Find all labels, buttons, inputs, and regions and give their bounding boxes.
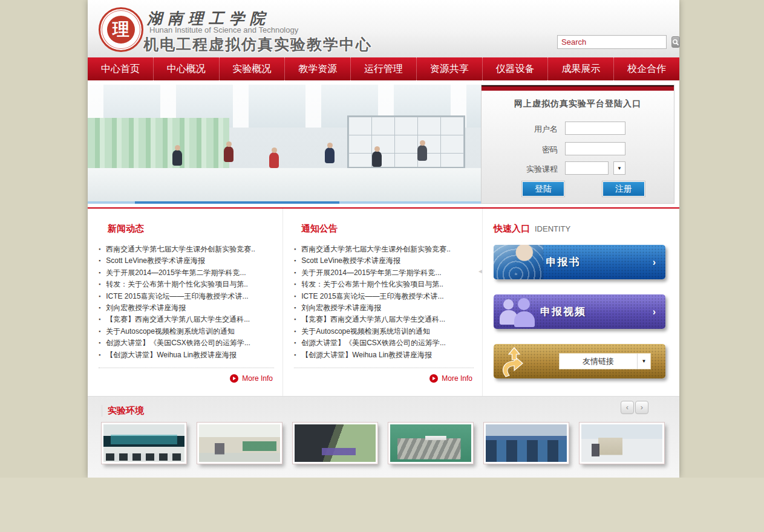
quick-entry-title-cn: 快速入口 — [494, 223, 530, 235]
lab-environment-title: 实验环境 — [101, 405, 144, 417]
news-item[interactable]: 【创源大讲堂】Weihua Lin教授讲座海报 — [99, 349, 278, 361]
register-button[interactable]: 注册 — [602, 181, 645, 196]
person-figure — [372, 151, 382, 167]
gallery-photo-control-room[interactable] — [102, 423, 186, 464]
nav-item-resource-sharing[interactable]: 资源共享 — [416, 57, 482, 80]
notice-item[interactable]: 刘向宏教授学术讲座海报 — [294, 302, 477, 314]
gallery-photo-console-lab[interactable] — [197, 423, 282, 464]
nav-item-equipment[interactable]: 仪器设备 — [482, 57, 548, 80]
notices-title: 通知公告 — [301, 223, 338, 235]
notice-item[interactable]: 关于开展2014—2015学年第二学期学科竞... — [294, 267, 477, 279]
login-panel: 网上虚拟仿真实验平台登陆入口 用户名 密码 实验课程 登陆 注册 — [481, 85, 674, 204]
gallery-next-button[interactable]: › — [635, 401, 648, 414]
nav-item-home[interactable]: 中心首页 — [88, 57, 153, 80]
dropdown-arrow-icon[interactable] — [637, 354, 650, 369]
password-label: 密码 — [482, 144, 558, 155]
news-section: 新闻动态 西南交通大学第七届大学生课外创新实验竞赛.. Scott LeVine… — [88, 209, 282, 396]
news-more-link[interactable]: More Info — [230, 374, 273, 383]
friendly-links-dropdown[interactable]: 友情链接 — [559, 353, 651, 369]
main-nav: 中心首页 中心概况 实验概况 教学资源 运行管理 资源共享 仪器设备 成果展示 … — [88, 57, 679, 80]
notice-item[interactable]: 西南交通大学第七届大学生课外创新实验竞赛.. — [294, 244, 477, 255]
gallery-photo-model-railway[interactable] — [388, 423, 473, 464]
slider-progress-track — [88, 201, 481, 204]
dotted-divider — [294, 368, 474, 368]
news-title: 新闻动态 — [108, 223, 144, 235]
news-item[interactable]: 关于开展2014—2015学年第二学期学科竞... — [99, 267, 278, 279]
logo-seal-icon: 理 — [107, 16, 135, 44]
course-select[interactable] — [565, 161, 609, 175]
person-figure — [417, 145, 427, 161]
center-title: 机电工程虚拟仿真实验教学中心 — [143, 34, 372, 54]
news-item[interactable]: 刘向宏教授学术讲座海报 — [99, 302, 278, 314]
play-icon — [429, 374, 438, 383]
search-icon — [672, 39, 679, 46]
application-form-label: 申报书 — [494, 245, 633, 279]
notice-item[interactable]: Scott LeVine教授学术讲座海报 — [294, 255, 477, 267]
university-logo: 理 — [99, 7, 143, 52]
notice-item[interactable]: ICTE 2015嘉宾论坛——王印海教授学术讲... — [294, 291, 477, 302]
notices-list: 西南交通大学第七届大学生课外创新实验竞赛.. Scott LeVine教授学术讲… — [294, 244, 477, 361]
username-field[interactable] — [565, 122, 625, 135]
person-figure — [224, 146, 233, 162]
news-list: 西南交通大学第七届大学生课外创新实验竞赛.. Scott LeVine教授学术讲… — [99, 244, 278, 361]
news-item[interactable]: 西南交通大学第七届大学生课外创新实验竞赛.. — [99, 244, 278, 255]
branching-arrows-icon — [500, 346, 537, 378]
username-label: 用户名 — [482, 124, 558, 135]
person-figure — [325, 148, 335, 163]
nav-item-teaching-resources[interactable]: 教学资源 — [284, 57, 350, 80]
gallery-photo-computer-lab[interactable] — [484, 423, 569, 464]
chevron-right-icon: › — [653, 307, 656, 317]
gallery-photo-operation-lab[interactable] — [580, 423, 664, 464]
news-item[interactable]: ICTE 2015嘉宾论坛——王印海教授学术讲... — [99, 291, 278, 302]
lab-tables-image — [88, 168, 481, 204]
search-button[interactable] — [671, 36, 680, 48]
nav-item-experiment[interactable]: 实验概况 — [219, 57, 285, 80]
slider-progress-fill — [135, 201, 339, 204]
news-item[interactable]: 转发：关于公布第十期个性化实验项目与第.. — [99, 279, 278, 290]
lab-curtain-image — [88, 118, 229, 168]
login-button[interactable]: 登陆 — [522, 181, 564, 196]
application-video-label: 申报视频 — [494, 294, 633, 329]
course-label: 实验课程 — [482, 164, 558, 175]
dotted-divider — [99, 368, 274, 368]
news-item[interactable]: 【竞赛】西南交通大学第八届大学生交通科... — [99, 314, 278, 325]
password-field[interactable] — [565, 142, 625, 155]
banner-slider-photo — [88, 85, 481, 204]
chevron-right-icon: › — [653, 257, 656, 268]
search-input[interactable] — [558, 36, 671, 48]
news-item[interactable]: Scott LeVine教授学术讲座海报 — [99, 255, 278, 267]
login-title: 网上虚拟仿真实验平台登陆入口 — [482, 99, 674, 109]
course-dropdown-arrow-icon[interactable] — [613, 161, 625, 175]
notice-item[interactable]: 创源大讲堂】《美国CSX铁路公司的运筹学... — [294, 337, 477, 349]
quick-entry-title-en: IDENTITY — [535, 224, 570, 233]
nav-item-overview[interactable]: 中心概况 — [153, 57, 219, 80]
application-form-banner[interactable]: 申报书 › — [494, 245, 665, 279]
search-box — [557, 35, 667, 49]
nav-item-cooperation[interactable]: 校企合作 — [613, 57, 679, 80]
person-figure — [172, 150, 182, 166]
news-item[interactable]: 创源大讲堂】《美国CSX铁路公司的运筹学... — [99, 337, 278, 349]
friendly-links-label: 友情链接 — [560, 356, 637, 367]
friendly-links-banner: 友情链接 — [494, 344, 665, 378]
notice-item[interactable]: 【竞赛】西南交通大学第八届大学生交通科... — [294, 314, 477, 325]
lab-cabinet-image — [347, 115, 465, 168]
banner-row: 网上虚拟仿真实验平台登陆入口 用户名 密码 实验课程 登陆 注册 — [88, 80, 679, 209]
application-video-banner[interactable]: 申报视频 › — [494, 294, 665, 329]
nav-item-achievements[interactable]: 成果展示 — [547, 57, 613, 80]
quick-entry-section: 快速入口 IDENTITY 申报书 › 申报视频 › — [482, 209, 679, 396]
notice-item[interactable]: 转发：关于公布第十期个性化实验项目与第.. — [294, 279, 477, 290]
login-panel-topbar — [482, 85, 674, 91]
nav-item-operation[interactable]: 运行管理 — [350, 57, 416, 80]
gallery-prev-button[interactable]: ‹ — [621, 401, 634, 414]
notice-item[interactable]: 关于Autoscope视频检测系统培训的通知 — [294, 326, 477, 337]
notices-more-link[interactable]: More Info — [429, 374, 472, 383]
university-name-en: Hunan Institute of Science and Technolog… — [149, 25, 298, 34]
header: 理 湖南理工学院 Hunan Institute of Science and … — [88, 0, 679, 57]
main-content: 新闻动态 西南交通大学第七届大学生课外创新实验竞赛.. Scott LeVine… — [88, 209, 679, 396]
notice-item[interactable]: 【创源大讲堂】Weihua Lin教授讲座海报 — [294, 349, 477, 361]
person-figure — [269, 152, 279, 168]
gallery-photo-driving-simulator[interactable] — [293, 423, 377, 464]
play-icon — [230, 374, 238, 383]
more-info-label: More Info — [442, 374, 472, 383]
news-item[interactable]: 关于Autoscope视频检测系统培训的通知 — [99, 326, 278, 337]
